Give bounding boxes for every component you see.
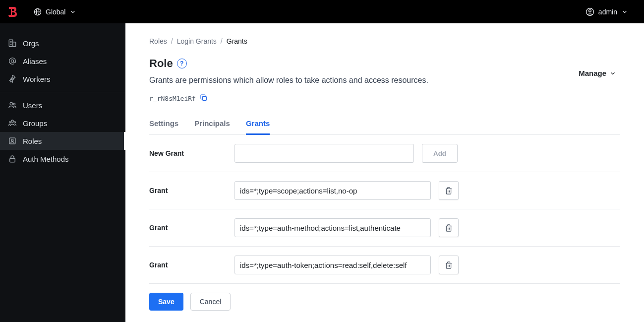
sidebar-item-label: Roles	[23, 137, 42, 145]
id-badge-icon	[8, 136, 17, 145]
tab-settings[interactable]: Settings	[149, 114, 178, 135]
globe-icon	[34, 8, 42, 16]
grant-row: Grant	[149, 209, 620, 247]
manage-dropdown[interactable]: Manage	[575, 66, 620, 80]
gear-icon	[8, 74, 17, 83]
sidebar-item-label: Auth Methods	[23, 155, 69, 163]
breadcrumb-item[interactable]: Roles	[149, 37, 167, 45]
new-grant-label: New Grant	[149, 149, 234, 157]
breadcrumb-item[interactable]: Login Grants	[177, 37, 217, 45]
tab-grants[interactable]: Grants	[246, 114, 270, 135]
sidebar-item-orgs[interactable]: Orgs	[0, 34, 125, 52]
new-grant-input[interactable]	[234, 144, 414, 163]
cancel-button[interactable]: Cancel	[190, 293, 231, 311]
grant-row: Grant	[149, 247, 620, 284]
svg-point-18	[14, 122, 15, 123]
svg-rect-8	[13, 42, 16, 47]
grant-label: Grant	[149, 224, 234, 232]
sidebar-item-label: Groups	[23, 119, 47, 128]
svg-point-16	[11, 120, 14, 123]
chevron-down-icon	[69, 8, 76, 15]
svg-point-14	[10, 102, 12, 105]
trash-icon	[445, 187, 453, 195]
breadcrumb-separator: /	[221, 37, 223, 45]
svg-rect-7	[9, 40, 13, 47]
user-menu[interactable]: admin	[582, 4, 632, 19]
grant-label: Grant	[149, 187, 234, 194]
user-label: admin	[598, 8, 617, 16]
delete-grant-button[interactable]	[439, 256, 459, 274]
tabs: Settings Principals Grants	[149, 114, 620, 135]
tab-principals[interactable]: Principals	[194, 114, 230, 135]
chevron-down-icon	[609, 70, 616, 77]
building-icon	[8, 39, 17, 48]
sidebar-item-roles[interactable]: Roles	[0, 132, 125, 150]
scope-picker[interactable]: Global	[30, 5, 80, 19]
delete-grant-button[interactable]	[439, 218, 459, 237]
users-icon	[8, 101, 17, 110]
grant-input[interactable]	[234, 218, 431, 237]
svg-point-17	[9, 122, 10, 123]
add-grant-button[interactable]: Add	[422, 144, 458, 163]
sidebar: Orgs Aliases Workers Users	[0, 23, 125, 322]
grant-input[interactable]	[234, 256, 431, 274]
grant-row: Grant	[149, 172, 620, 209]
sidebar-item-groups[interactable]: Groups	[0, 114, 125, 132]
sidebar-item-users[interactable]: Users	[0, 96, 125, 114]
user-circle-icon	[585, 7, 594, 16]
role-id: r_rN8sM1eiRf	[149, 95, 196, 102]
svg-rect-1	[10, 15, 11, 16]
breadcrumb: Roles / Login Grants / Grants	[149, 37, 620, 45]
svg-rect-0	[8, 15, 9, 16]
sidebar-item-workers[interactable]: Workers	[0, 70, 125, 88]
sidebar-item-label: Aliases	[23, 57, 47, 65]
copy-icon[interactable]	[200, 94, 208, 103]
svg-point-20	[11, 139, 13, 141]
svg-rect-22	[202, 96, 206, 100]
grant-label: Grant	[149, 261, 234, 269]
new-grant-row: New Grant Add	[149, 135, 620, 172]
scope-label: Global	[46, 8, 65, 16]
breadcrumb-separator: /	[171, 37, 173, 45]
topbar: Global admin	[0, 0, 644, 23]
help-icon[interactable]: ?	[177, 59, 187, 68]
at-icon	[8, 57, 17, 65]
trash-icon	[445, 224, 453, 232]
page-title: Role	[149, 57, 173, 70]
chevron-down-icon	[621, 8, 628, 15]
breadcrumb-item-current: Grants	[227, 37, 247, 45]
group-icon	[8, 119, 17, 128]
svg-point-15	[13, 103, 15, 105]
main-content: Roles / Login Grants / Grants Role ? Gra…	[125, 23, 644, 322]
brand-logo[interactable]	[8, 6, 18, 18]
svg-point-12	[11, 60, 13, 62]
sidebar-item-label: Orgs	[23, 39, 39, 48]
manage-label: Manage	[579, 69, 606, 77]
svg-rect-21	[10, 158, 15, 162]
trash-icon	[445, 261, 453, 269]
grant-input[interactable]	[234, 181, 431, 200]
svg-point-6	[588, 9, 591, 12]
save-button[interactable]: Save	[149, 293, 183, 311]
delete-grant-button[interactable]	[439, 181, 459, 200]
sidebar-item-auth-methods[interactable]: Auth Methods	[0, 150, 125, 168]
sidebar-item-aliases[interactable]: Aliases	[0, 52, 125, 70]
sidebar-item-label: Workers	[23, 75, 51, 83]
page-subtitle: Grants are permissions which allow roles…	[149, 76, 428, 85]
sidebar-item-label: Users	[23, 101, 42, 110]
lock-icon	[8, 154, 17, 163]
